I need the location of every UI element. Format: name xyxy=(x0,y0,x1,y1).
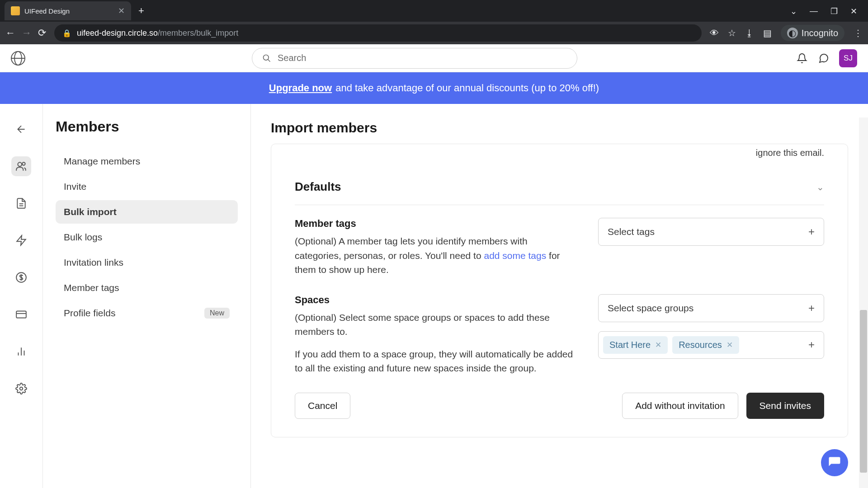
panel-icon[interactable]: ▤ xyxy=(763,28,772,38)
browser-tab[interactable]: UIFeed Design ✕ xyxy=(5,1,131,20)
people-icon xyxy=(15,160,27,172)
new-tab-button[interactable]: + xyxy=(131,5,151,17)
select-space-groups-placeholder: Select space groups xyxy=(608,303,693,314)
nav-bulk-logs[interactable]: Bulk logs xyxy=(56,225,238,249)
bolt-icon xyxy=(15,235,27,246)
sidebar-analytics-button[interactable] xyxy=(11,342,31,361)
svg-point-3 xyxy=(22,162,25,165)
selected-spaces-box[interactable]: Start Here ✕ Resources ✕ + xyxy=(598,331,824,359)
sidebar-settings-button[interactable] xyxy=(11,379,31,399)
sidebar-members-button[interactable] xyxy=(11,156,31,176)
nav-sidebar: Members Manage members Invite Bulk impor… xyxy=(43,104,251,488)
star-icon[interactable]: ☆ xyxy=(728,28,736,38)
remove-tag-icon[interactable]: ✕ xyxy=(655,340,661,350)
page-title: Import members xyxy=(271,120,848,136)
incognito-badge[interactable]: ◐ Incognito xyxy=(781,25,844,41)
nav-profile-fields[interactable]: Profile fields New xyxy=(56,301,238,325)
defaults-toggle[interactable]: Defaults ⌄ xyxy=(295,169,824,205)
url-domain: uifeed-design.circle.so xyxy=(77,28,158,38)
banner-text: and take advantage of our annual discoun… xyxy=(335,82,599,94)
tabs-dropdown-icon[interactable]: ⌄ xyxy=(790,6,797,16)
svg-line-1 xyxy=(268,59,270,61)
sidebar-workflows-button[interactable] xyxy=(11,230,31,250)
section-title: Members xyxy=(56,118,238,135)
add-without-invitation-button[interactable]: Add without invitation xyxy=(622,393,738,419)
add-tags-link[interactable]: add some tags xyxy=(484,250,546,261)
truncated-preview-text: ignore this email. xyxy=(295,144,824,169)
svg-rect-8 xyxy=(16,311,26,318)
search-placeholder: Search xyxy=(278,53,306,63)
upgrade-link[interactable]: Upgrade now xyxy=(269,82,332,94)
select-tags-placeholder: Select tags xyxy=(608,226,655,237)
member-tags-label: Member tags xyxy=(295,218,576,230)
globe-icon[interactable] xyxy=(11,51,25,66)
search-input[interactable]: Search xyxy=(252,48,577,69)
import-card: ignore this email. Defaults ⌄ Member tag… xyxy=(271,144,848,437)
svg-point-13 xyxy=(20,387,23,390)
address-bar[interactable]: 🔒 uifeed-design.circle.so/members/bulk_i… xyxy=(54,24,702,42)
tab-title: UIFeed Design xyxy=(24,7,113,15)
new-badge: New xyxy=(204,308,230,319)
url-path: /members/bulk_import xyxy=(158,28,238,38)
remove-tag-icon[interactable]: ✕ xyxy=(726,340,733,350)
select-tags-dropdown[interactable]: Select tags + xyxy=(598,218,824,246)
download-icon[interactable]: ⭳ xyxy=(745,28,754,38)
eye-off-icon[interactable]: 👁 xyxy=(710,28,719,38)
plus-icon[interactable]: + xyxy=(808,338,815,351)
svg-point-0 xyxy=(264,55,269,60)
dollar-icon xyxy=(15,272,27,283)
plus-icon: + xyxy=(808,225,815,238)
nav-invitation-links[interactable]: Invitation links xyxy=(56,251,238,274)
member-tags-desc: (Optional) A member tag lets you identif… xyxy=(295,234,576,277)
select-space-groups-dropdown[interactable]: Select space groups + xyxy=(598,294,824,322)
lock-icon: 🔒 xyxy=(62,29,71,38)
space-tag: Resources ✕ xyxy=(672,336,739,354)
nav-member-tags[interactable]: Member tags xyxy=(56,276,238,300)
gear-icon xyxy=(15,383,27,394)
reload-icon[interactable]: ⟳ xyxy=(38,27,46,39)
nav-bulk-import[interactable]: Bulk import xyxy=(56,200,238,224)
maximize-icon[interactable]: ❐ xyxy=(830,6,838,16)
incognito-label: Incognito xyxy=(802,28,838,38)
browser-nav-bar: ← → ⟳ 🔒 uifeed-design.circle.so/members/… xyxy=(0,22,868,44)
close-window-icon[interactable]: ✕ xyxy=(850,6,857,16)
sidebar-paywalls-button[interactable] xyxy=(11,267,31,287)
scrollbar[interactable] xyxy=(859,117,868,488)
back-icon[interactable]: ← xyxy=(5,27,15,39)
card-icon xyxy=(15,309,27,320)
cancel-button[interactable]: Cancel xyxy=(295,393,350,419)
menu-icon[interactable]: ⋮ xyxy=(854,28,863,38)
messages-button[interactable] xyxy=(817,52,830,65)
incognito-icon: ◐ xyxy=(787,28,798,38)
defaults-heading: Defaults xyxy=(295,180,341,194)
search-icon xyxy=(262,54,271,63)
notifications-button[interactable] xyxy=(796,52,808,65)
close-tab-icon[interactable]: ✕ xyxy=(118,6,125,16)
content: Import members ignore this email. Defaul… xyxy=(251,104,868,488)
send-invites-button[interactable]: Send invites xyxy=(746,393,824,419)
plus-icon: + xyxy=(808,302,815,314)
svg-marker-6 xyxy=(17,235,26,245)
svg-point-2 xyxy=(18,162,22,166)
upgrade-banner: Upgrade now and take advantage of our an… xyxy=(0,72,868,104)
chat-widget-button[interactable] xyxy=(821,449,848,476)
sidebar-plans-button[interactable] xyxy=(11,305,31,324)
chevron-down-icon: ⌄ xyxy=(816,182,824,192)
nav-manage-members[interactable]: Manage members xyxy=(56,150,238,173)
message-icon xyxy=(818,53,829,64)
scrollbar-thumb[interactable] xyxy=(860,310,867,473)
browser-tab-bar: UIFeed Design ✕ + ⌄ — ❐ ✕ xyxy=(0,0,868,22)
spaces-desc: (Optional) Select some space groups or s… xyxy=(295,310,576,375)
chat-icon xyxy=(828,456,841,469)
sidebar-back-button[interactable] xyxy=(11,119,31,139)
arrow-left-icon xyxy=(15,123,27,135)
avatar[interactable]: SJ xyxy=(839,49,857,67)
analytics-icon xyxy=(15,346,27,357)
document-icon xyxy=(15,197,27,209)
forward-icon[interactable]: → xyxy=(22,27,32,39)
favicon xyxy=(11,6,20,15)
app-header: Search SJ xyxy=(0,44,868,72)
minimize-icon[interactable]: — xyxy=(810,6,818,16)
sidebar-content-button[interactable] xyxy=(11,193,31,213)
nav-invite[interactable]: Invite xyxy=(56,175,238,198)
